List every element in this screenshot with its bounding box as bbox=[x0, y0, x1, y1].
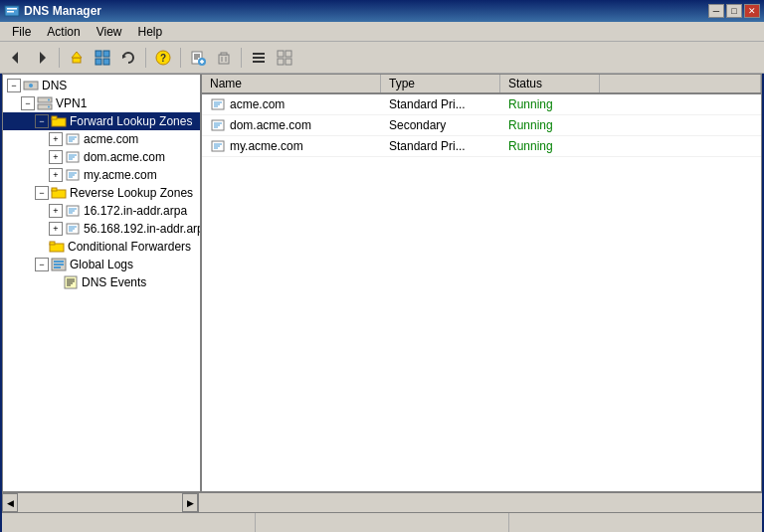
status-bar bbox=[2, 512, 762, 532]
status-pane-2 bbox=[256, 513, 509, 532]
scroll-track-left[interactable] bbox=[18, 493, 182, 512]
svg-rect-68 bbox=[65, 276, 77, 288]
svg-rect-27 bbox=[253, 61, 265, 63]
col-header-rest bbox=[600, 75, 761, 92]
my-acme-com-label: my.acme.com bbox=[84, 168, 157, 182]
svg-rect-7 bbox=[96, 51, 101, 57]
folder-reverse-icon bbox=[51, 185, 67, 201]
svg-rect-8 bbox=[103, 51, 109, 57]
main-area: − DNS − VPN1 − bbox=[2, 74, 762, 492]
delete-button[interactable] bbox=[212, 46, 236, 70]
tree-item-conditional-forwarders[interactable]: Conditional Forwarders bbox=[3, 238, 200, 256]
sep1 bbox=[59, 48, 60, 68]
up-button[interactable] bbox=[65, 46, 89, 70]
svg-rect-63 bbox=[50, 242, 55, 245]
scroll-right-button[interactable]: ▶ bbox=[182, 493, 198, 512]
table-row[interactable]: acme.com Standard Pri... Running bbox=[202, 94, 761, 115]
menu-file[interactable]: File bbox=[4, 23, 39, 41]
tree-item-forward-lookup-zones[interactable]: − Forward Lookup Zones bbox=[3, 112, 200, 130]
svg-rect-28 bbox=[278, 51, 284, 57]
expand-acme[interactable]: + bbox=[49, 132, 63, 146]
listview-button[interactable] bbox=[247, 46, 271, 70]
svg-rect-65 bbox=[54, 261, 64, 263]
svg-rect-5 bbox=[73, 58, 81, 63]
tree-item-dns-events[interactable]: DNS Events bbox=[3, 273, 200, 291]
detailview-button[interactable] bbox=[273, 46, 296, 70]
title-bar: DNS Manager ─ □ ✕ bbox=[0, 0, 764, 22]
status-pane-3 bbox=[509, 513, 762, 532]
tree-item-my-acme-com[interactable]: + my.acme.com bbox=[3, 166, 200, 184]
expand-reverse[interactable]: − bbox=[35, 186, 49, 200]
svg-marker-3 bbox=[12, 52, 18, 64]
zone-icon-16 bbox=[65, 203, 81, 219]
global-logs-label: Global Logs bbox=[70, 258, 133, 271]
help-button[interactable]: ? bbox=[151, 46, 175, 70]
tree-item-56-168-192[interactable]: + 56.168.192.in-addr.arp bbox=[3, 220, 200, 238]
svg-rect-25 bbox=[253, 53, 265, 55]
svg-point-36 bbox=[48, 99, 50, 101]
table-row[interactable]: my.acme.com Standard Pri... Running bbox=[202, 136, 761, 157]
zone-row-icon-my bbox=[210, 138, 226, 154]
expand-vpn1[interactable]: − bbox=[21, 96, 35, 110]
expand-dom-acme[interactable]: + bbox=[49, 150, 63, 164]
close-button[interactable]: ✕ bbox=[744, 4, 760, 18]
cell-status-dom: Running bbox=[500, 116, 600, 134]
tree-item-reverse-lookup-zones[interactable]: − Reverse Lookup Zones bbox=[3, 184, 200, 202]
16-172-label: 16.172.in-addr.arpa bbox=[84, 204, 187, 218]
col-header-status[interactable]: Status bbox=[500, 75, 600, 92]
back-button[interactable] bbox=[4, 46, 28, 70]
expand-my-acme[interactable]: + bbox=[49, 168, 63, 182]
svg-point-33 bbox=[29, 84, 33, 88]
sep4 bbox=[241, 48, 242, 68]
menu-view[interactable]: View bbox=[89, 23, 130, 41]
svg-rect-26 bbox=[253, 57, 265, 59]
table-row[interactable]: dom.acme.com Secondary Running bbox=[202, 115, 761, 136]
forward-button[interactable] bbox=[30, 46, 54, 70]
menu-help[interactable]: Help bbox=[130, 23, 171, 41]
tree-item-acme-com[interactable]: + acme.com bbox=[3, 130, 200, 148]
scroll-left-button[interactable]: ◀ bbox=[2, 493, 18, 512]
forward-lookup-zones-label: Forward Lookup Zones bbox=[70, 114, 192, 128]
cell-type-dom: Secondary bbox=[381, 116, 500, 134]
horizontal-scrollbar[interactable]: ◀ ▶ bbox=[2, 492, 762, 512]
menu-action[interactable]: Action bbox=[39, 23, 88, 41]
showhide-button[interactable] bbox=[91, 46, 114, 70]
expand-16-172[interactable]: + bbox=[49, 204, 63, 218]
minimize-button[interactable]: ─ bbox=[708, 4, 724, 18]
expand-global-logs[interactable]: − bbox=[35, 258, 49, 271]
expand-forward[interactable]: − bbox=[35, 114, 49, 128]
content-pane[interactable]: Name Type Status acme.com Standard Pri..… bbox=[202, 75, 761, 491]
tree-item-global-logs[interactable]: − Global Logs bbox=[3, 256, 200, 273]
tree-item-vpn1[interactable]: − VPN1 bbox=[3, 94, 200, 112]
zone-row-icon-dom bbox=[210, 117, 226, 133]
tree-item-dom-acme-com[interactable]: + dom.acme.com bbox=[3, 148, 200, 166]
cell-name-my: my.acme.com bbox=[202, 136, 381, 156]
svg-marker-6 bbox=[72, 52, 82, 58]
svg-rect-9 bbox=[96, 59, 101, 65]
zone-icon-56 bbox=[65, 221, 81, 237]
refresh-button[interactable] bbox=[116, 46, 140, 70]
svg-rect-21 bbox=[219, 55, 229, 64]
tree-item-16-172[interactable]: + 16.172.in-addr.arpa bbox=[3, 202, 200, 220]
log-icon bbox=[63, 274, 79, 290]
expand-56-168[interactable]: + bbox=[49, 222, 63, 236]
menu-bar: File Action View Help bbox=[0, 22, 764, 42]
zone-icon-my bbox=[65, 167, 81, 183]
new-zone-button[interactable] bbox=[186, 46, 210, 70]
svg-point-37 bbox=[48, 106, 50, 108]
col-header-type[interactable]: Type bbox=[381, 75, 500, 92]
svg-rect-39 bbox=[52, 116, 57, 119]
vpn1-label: VPN1 bbox=[56, 96, 87, 110]
expand-dns[interactable]: − bbox=[7, 79, 21, 92]
folder-open-icon bbox=[51, 113, 67, 129]
reverse-lookup-zones-label: Reverse Lookup Zones bbox=[70, 186, 193, 200]
tree-pane[interactable]: − DNS − VPN1 − bbox=[3, 75, 202, 491]
maximize-button[interactable]: □ bbox=[726, 4, 742, 18]
cell-type-acme: Standard Pri... bbox=[381, 95, 500, 113]
tree-item-dns[interactable]: − DNS bbox=[3, 77, 200, 94]
svg-rect-30 bbox=[278, 59, 284, 65]
list-header: Name Type Status bbox=[202, 75, 761, 94]
window-controls[interactable]: ─ □ ✕ bbox=[708, 4, 760, 18]
app-icon bbox=[4, 3, 20, 19]
col-header-name[interactable]: Name bbox=[202, 75, 381, 92]
